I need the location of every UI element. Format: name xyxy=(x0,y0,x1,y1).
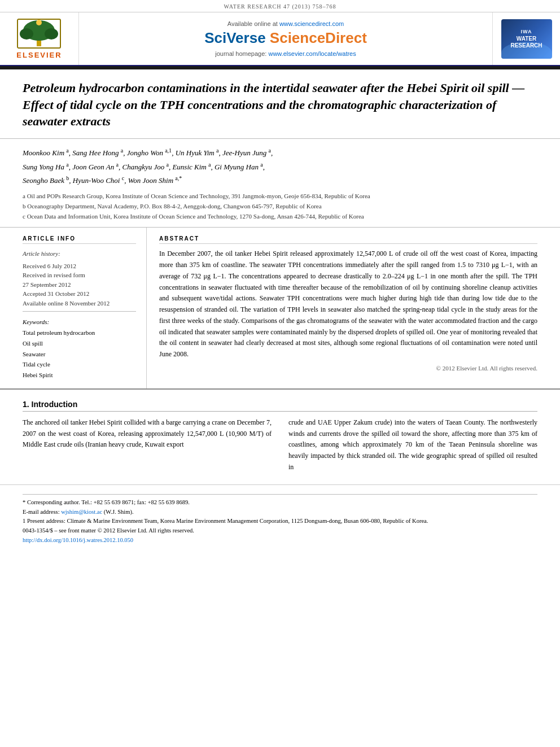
history-label: Article history: xyxy=(23,248,136,260)
authors-section: Moonkoo Kim a, Sang Hee Hong a, Jongho W… xyxy=(0,139,560,228)
sciencedirect-label: ScienceDirect xyxy=(270,29,367,46)
copyright-line: © 2012 Elsevier Ltd. All rights reserved… xyxy=(159,365,537,372)
keyword-5: Hebei Spirit xyxy=(23,370,136,381)
affiliation-a: a Oil and POPs Research Group, Korea Ins… xyxy=(23,191,537,202)
publisher-banner: ELSEVIER Available online at www.science… xyxy=(0,12,560,66)
revised-label: Received in revised form xyxy=(23,270,136,280)
available-online: Available online at www.sciencedirect.co… xyxy=(228,20,344,27)
article-title: Petroleum hydrocarbon contaminations in … xyxy=(23,80,537,130)
badge-iwa-label: IWA xyxy=(521,29,532,34)
corresponding-author-footnote: * Corresponding author. Tel.: +82 55 639… xyxy=(23,498,537,508)
abstract-text: In December 2007, the oil tanker Hebei S… xyxy=(159,248,537,360)
keyword-4: Tidal cycle xyxy=(23,359,136,370)
sciverse-label: SciVerse xyxy=(204,29,270,46)
intro-left-text: The anchored oil tanker Hebei Spirit col… xyxy=(23,417,272,451)
footnotes-divider xyxy=(23,494,537,495)
doi-link[interactable]: http://dx.doi.org/10.1016/j.watres.2012.… xyxy=(23,537,133,543)
main-content: 1. Introduction The anchored oil tanker … xyxy=(0,390,560,479)
keyword-2: Oil spill xyxy=(23,338,136,349)
article-info-column: ARTICLE INFO Article history: Received 6… xyxy=(23,228,147,388)
sciencedirect-link[interactable]: www.sciencedirect.com xyxy=(279,20,344,27)
article-title-section: Petroleum hydrocarbon contaminations in … xyxy=(0,69,560,139)
keyword-1: Total petroleum hydrocarbon xyxy=(23,327,136,338)
publisher-center: Available online at www.sciencedirect.co… xyxy=(79,12,492,65)
elsevier-logo-area: ELSEVIER xyxy=(0,12,79,65)
journal-homepage-link[interactable]: www.elsevier.com/locate/watres xyxy=(268,50,356,57)
intro-right-text: crude and UAE Upper Zakum crude) into th… xyxy=(288,417,537,473)
doi-line: http://dx.doi.org/10.1016/j.watres.2012.… xyxy=(23,536,537,545)
sciverse-title: SciVerse ScienceDirect xyxy=(204,29,367,47)
elsevier-tree-icon xyxy=(16,18,62,49)
svg-point-2 xyxy=(20,28,33,40)
affiliations: a Oil and POPs Research Group, Korea Ins… xyxy=(23,191,537,221)
authors-line: Moonkoo Kim a, Sang Hee Hong a, Jongho W… xyxy=(23,146,537,187)
available-online-date: Available online 8 November 2012 xyxy=(23,299,136,308)
accepted-date: Accepted 31 October 2012 xyxy=(23,289,136,299)
article-history: Article history: Received 6 July 2012 Re… xyxy=(23,248,136,308)
keywords-label: Keywords: xyxy=(23,318,136,325)
keyword-3: Seawater xyxy=(23,349,136,360)
elsevier-label: ELSEVIER xyxy=(16,51,62,59)
email-link[interactable]: wjshim@kiost.ac xyxy=(61,509,102,515)
authors-text: Moonkoo Kim a, Sang Hee Hong a, Jongho W… xyxy=(23,148,273,185)
intro-left-col: The anchored oil tanker Hebei Spirit col… xyxy=(23,417,272,473)
divider xyxy=(23,311,136,312)
abstract-heading: ABSTRACT xyxy=(159,235,537,244)
journal-header: WATER RESEARCH 47 (2013) 758–768 xyxy=(0,0,560,12)
footnotes-area: * Corresponding author. Tel.: +82 55 639… xyxy=(0,484,560,550)
journal-homepage: journal homepage: www.elsevier.com/locat… xyxy=(215,50,356,57)
article-info-heading: ARTICLE INFO xyxy=(23,235,136,244)
email-footnote: E-mail address: wjshim@kiost.ac (W.J. Sh… xyxy=(23,508,537,517)
revised-date: 27 September 2012 xyxy=(23,280,136,290)
info-abstract-section: ARTICLE INFO Article history: Received 6… xyxy=(0,228,560,390)
journal-badge-area: IWA WATERRESEARCH xyxy=(492,12,560,65)
abstract-column: ABSTRACT In December 2007, the oil tanke… xyxy=(147,228,537,388)
footnote-1: 1 Present address: Climate & Marine Envi… xyxy=(23,517,537,526)
svg-point-3 xyxy=(45,28,58,40)
svg-point-4 xyxy=(36,20,42,25)
affiliation-c: c Ocean Data and Information Unit, Korea… xyxy=(23,212,537,222)
received-date: Received 6 July 2012 xyxy=(23,261,136,271)
journal-header-text: WATER RESEARCH 47 (2013) 758–768 xyxy=(224,3,336,10)
keywords-section: Keywords: Total petroleum hydrocarbon Oi… xyxy=(23,318,136,380)
introduction-two-col: The anchored oil tanker Hebei Spirit col… xyxy=(23,417,537,473)
introduction-heading: 1. Introduction xyxy=(23,400,537,412)
intro-right-col: crude and UAE Upper Zakum crude) into th… xyxy=(288,417,537,473)
affiliation-b: b Oceanography Department, Naval Academy… xyxy=(23,202,537,212)
water-research-badge: IWA WATERRESEARCH xyxy=(501,19,552,59)
elsevier-logo: ELSEVIER xyxy=(16,18,62,59)
issn-line: 0043-1354/$ – see front matter © 2012 El… xyxy=(23,526,537,536)
badge-title-label: WATERRESEARCH xyxy=(510,36,542,49)
